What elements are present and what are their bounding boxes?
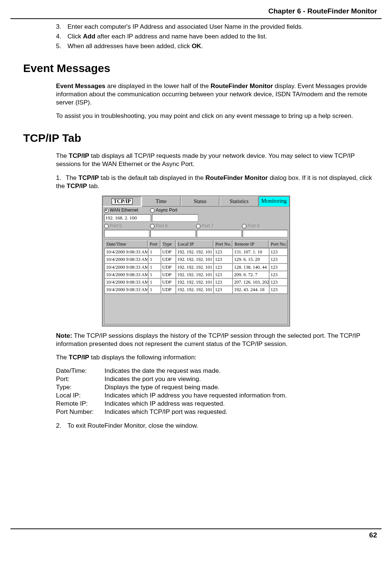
port6-ip-field — [150, 230, 196, 237]
table-cell: 123 — [269, 271, 287, 278]
async-ip-field[interactable] — [152, 214, 199, 222]
table-cell: 1 — [148, 248, 161, 256]
tcpip-table: Date/Time Port Type Local IP Port No. Re… — [104, 240, 288, 324]
field-description: Indicates the port you are viewing. — [105, 375, 377, 383]
table-cell: UDP — [161, 263, 176, 271]
field-definitions: Date/Time:Indicates the date the request… — [56, 367, 377, 416]
radio-port5: Port 5 — [104, 223, 150, 229]
col-port[interactable]: Port — [148, 240, 161, 248]
table-cell: 1 — [148, 263, 161, 271]
page-header: Chapter 6 - RouteFinder Monitor — [0, 0, 392, 18]
table-cell: UDP — [161, 256, 176, 263]
table-row[interactable]: 10/4/2000 9:08:33 AM1UDP192. 192. 192. 1… — [105, 248, 287, 256]
field-description: Displays the type of request being made. — [105, 383, 377, 391]
step-text: To exit RouteFinder Monitor, close the w… — [67, 422, 198, 429]
field-row: Type:Displays the type of request being … — [56, 383, 377, 391]
table-cell: 128. 138. 140. 44 — [233, 263, 269, 271]
col-local-ip[interactable]: Local IP — [176, 240, 213, 248]
routefinder-monitor-window: TCP/IP Time Status Statistics Monitoring… — [102, 196, 290, 327]
step-number: 2. — [56, 422, 66, 430]
table-cell: 192. 43. 244. 18 — [233, 286, 269, 293]
table-cell: 123 — [214, 286, 233, 293]
col-port-no[interactable]: Port No. — [214, 240, 233, 248]
paragraph: The TCP/IP tab displays all TCP/IP reque… — [56, 152, 377, 168]
radio-async-port[interactable]: Async Port — [150, 208, 196, 213]
step-number: 4. — [56, 32, 66, 41]
field-row: Date/Time:Indicates the date the request… — [56, 367, 377, 375]
step-number: 5. — [56, 42, 66, 50]
radio-icon — [150, 224, 155, 228]
port5-ip-field — [104, 230, 149, 237]
table-cell: 10/4/2000 9:08:33 AM — [105, 263, 148, 271]
wan-ip-field[interactable]: 192. 168. 2. 100 — [104, 214, 151, 222]
table-cell: 123 — [214, 263, 233, 271]
port8-ip-field — [243, 230, 288, 237]
field-label: Remote IP: — [56, 400, 105, 408]
col-remote-ip[interactable]: Remote IP — [233, 240, 269, 248]
table-cell: 10/4/2000 9:08:33 AM — [105, 278, 148, 286]
radio-port8: Port 8 — [242, 223, 288, 229]
radio-label: Async Port — [156, 208, 177, 213]
note-paragraph: Note: The TCP/IP sessions displays the h… — [56, 332, 377, 348]
radio-icon — [150, 208, 155, 213]
col-port-no-2[interactable]: Port No. — [269, 240, 287, 248]
field-description: Indicates which IP address you have requ… — [105, 391, 377, 400]
table-row[interactable]: 10/4/2000 9:08:33 AM1UDP192. 192. 192. 1… — [105, 286, 287, 293]
table-cell: 123 — [269, 278, 287, 286]
table-cell: 123 — [214, 248, 233, 256]
monitoring-label: Monitoring — [259, 196, 289, 207]
table-cell: 129. 6. 15. 29 — [233, 256, 269, 263]
tab-statistics[interactable]: Statistics — [220, 196, 258, 207]
tab-tcpip[interactable]: TCP/IP — [103, 196, 141, 207]
table-cell: 123 — [214, 278, 233, 286]
tab-bar: TCP/IP Time Status Statistics Monitoring — [103, 196, 289, 207]
step-text: Click Add after each IP address and name… — [68, 33, 267, 40]
radio-icon — [104, 224, 109, 228]
table-cell: 1 — [148, 278, 161, 286]
field-row: Port Number:Indicates which TCP/IP port … — [56, 408, 377, 416]
table-header-row: Date/Time Port Type Local IP Port No. Re… — [105, 240, 287, 248]
field-description: Indicates which TCP/IP port was requeste… — [105, 408, 377, 416]
table-cell: UDP — [161, 271, 176, 278]
paragraph: To assist you in troubleshooting, you ma… — [56, 112, 377, 120]
field-row: Local IP:Indicates which IP address you … — [56, 391, 377, 400]
table-row[interactable]: 10/4/2000 9:08:33 AM1UDP192. 192. 192. 1… — [105, 278, 287, 286]
list-item: 4. Click Add after each IP address and n… — [56, 32, 377, 41]
tab-time[interactable]: Time — [141, 196, 180, 207]
field-label: Local IP: — [56, 391, 105, 400]
radio-icon — [104, 208, 109, 213]
radio-icon — [196, 224, 200, 228]
table-row[interactable]: 10/4/2000 9:08:33 AM1UDP192. 192. 192. 1… — [105, 256, 287, 263]
table-cell: 1 — [148, 286, 161, 293]
table-cell: 123 — [269, 248, 287, 256]
col-type[interactable]: Type — [161, 240, 176, 248]
table-cell: UDP — [161, 286, 176, 293]
table-cell: 207. 126. 103. 202 — [233, 278, 269, 286]
radio-label: Port 7 — [202, 223, 214, 229]
table-empty-area — [105, 294, 287, 324]
table-cell: 192. 192. 192. 101 — [176, 248, 214, 256]
table-cell: 192. 192. 192. 101 — [176, 263, 214, 271]
radio-wan-ethernet[interactable]: WAN Ethernet — [104, 208, 150, 213]
radio-label: Port 6 — [156, 223, 168, 229]
table-cell: 131. 107. 1. 10 — [233, 248, 269, 256]
step-number: 1. — [56, 174, 66, 182]
table-row[interactable]: 10/4/2000 9:08:33 AM1UDP192. 192. 192. 1… — [105, 271, 287, 278]
table-cell: 10/4/2000 9:08:33 AM — [105, 256, 148, 263]
table-cell: 123 — [269, 263, 287, 271]
radio-label: Port 8 — [248, 223, 259, 229]
table-cell: 1 — [148, 271, 161, 278]
table-cell: 123 — [269, 256, 287, 263]
field-description: Indicates the date the request was made. — [105, 367, 377, 375]
table-row[interactable]: 10/4/2000 9:08:33 AM1UDP192. 192. 192. 1… — [105, 263, 287, 271]
radio-icon — [242, 224, 246, 228]
col-datetime[interactable]: Date/Time — [105, 240, 148, 248]
field-description: Indicates which IP address was requested… — [105, 400, 377, 408]
section-heading: TCP/IP Tab — [23, 131, 377, 145]
field-label: Date/Time: — [56, 367, 105, 375]
paragraph: Event Messages are displayed in the lowe… — [56, 82, 377, 107]
header-rule — [10, 18, 382, 19]
radio-label: WAN Ethernet — [110, 208, 138, 213]
tab-status[interactable]: Status — [181, 196, 220, 207]
table-cell: 192. 192. 192. 101 — [176, 256, 214, 263]
